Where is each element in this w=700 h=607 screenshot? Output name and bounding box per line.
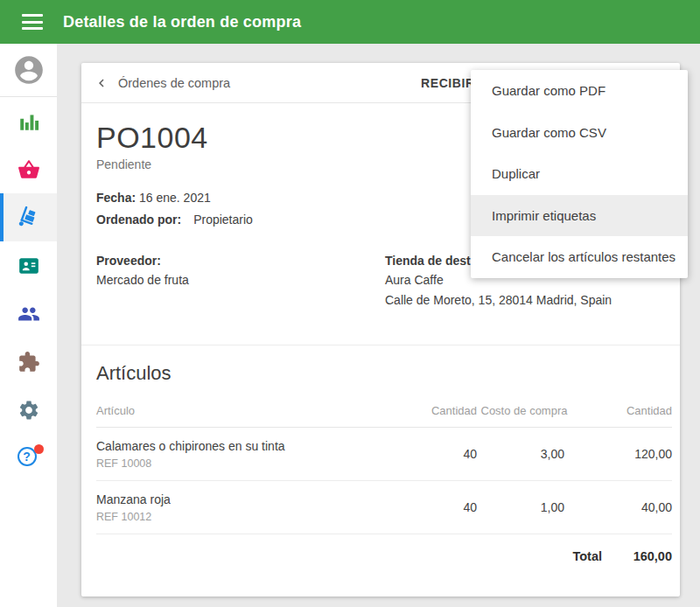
contact-card-icon bbox=[18, 255, 40, 277]
quantity-cell: 40 bbox=[398, 447, 477, 461]
table-row[interactable]: Calamares o chipirones en su tinta REF 1… bbox=[96, 428, 672, 481]
article-name: Calamares o chipirones en su tinta bbox=[96, 438, 398, 455]
date-value: 16 ene. 2021 bbox=[139, 191, 211, 205]
sidebar-item-reports[interactable] bbox=[0, 97, 57, 145]
menu-item-print-labels[interactable]: Imprimir etiquetas bbox=[471, 195, 688, 237]
amount-cell: 120,00 bbox=[571, 447, 672, 461]
col-amount: Cantidad bbox=[571, 404, 672, 418]
menu-item-save-csv[interactable]: Guardar como CSV bbox=[471, 112, 688, 154]
notification-dot bbox=[34, 444, 44, 454]
total-value: 160,00 bbox=[602, 549, 672, 563]
table-header: Artículo Cantidad Costo de compra Cantid… bbox=[96, 404, 672, 428]
supplier-label: Proveedor: bbox=[96, 251, 385, 270]
bar-chart-icon bbox=[18, 110, 40, 133]
destination-address: Calle de Moreto, 15, 28014 Madrid, Spain bbox=[385, 290, 665, 310]
basket-icon bbox=[18, 158, 40, 181]
col-article: Artículo bbox=[96, 404, 398, 418]
sidebar-item-help[interactable]: ? bbox=[0, 434, 57, 482]
article-ref: REF 10008 bbox=[96, 457, 398, 470]
articles-title: Artículos bbox=[96, 362, 672, 385]
puzzle-icon bbox=[18, 351, 40, 373]
table-row[interactable]: Manzana roja REF 10012 40 1,00 40,00 bbox=[96, 481, 672, 534]
col-quantity: Cantidad bbox=[398, 404, 477, 418]
supplier-block: Proveedor: Mercado de fruta bbox=[96, 251, 385, 310]
sidebar-item-employees[interactable] bbox=[0, 290, 57, 338]
sidebar-item-purchase-orders[interactable] bbox=[0, 193, 57, 241]
date-label: Fecha: bbox=[96, 191, 136, 205]
receive-button[interactable]: RECIBIR bbox=[421, 63, 475, 103]
sidebar-item-apps[interactable] bbox=[0, 338, 57, 386]
sidebar-item-contacts[interactable] bbox=[0, 241, 57, 290]
po-header: PO1004 Pendiente bbox=[96, 121, 208, 171]
po-meta: Fecha: 16 ene. 2021 Ordenado por: Propie… bbox=[96, 187, 253, 231]
supplier-name: Mercado de fruta bbox=[96, 270, 385, 290]
hand-truck-icon bbox=[18, 206, 40, 229]
col-purchase-cost: Costo de compra bbox=[477, 404, 571, 418]
article-cell: Manzana roja REF 10012 bbox=[96, 492, 398, 523]
sidebar-item-settings[interactable] bbox=[0, 386, 57, 434]
ordered-by-value: Propietario bbox=[193, 213, 253, 227]
total-label: Total bbox=[572, 549, 602, 563]
back-link[interactable]: Órdenes de compra bbox=[94, 75, 230, 91]
total-row: Total 160,00 bbox=[96, 534, 672, 578]
article-cell: Calamares o chipirones en su tinta REF 1… bbox=[96, 438, 398, 470]
more-actions-menu: Guardar como PDF Guardar como CSV Duplic… bbox=[471, 70, 688, 278]
ordered-by-label: Ordenado por: bbox=[96, 213, 181, 227]
back-label: Órdenes de compra bbox=[118, 76, 230, 90]
people-icon bbox=[18, 303, 40, 325]
po-status: Pendiente bbox=[96, 157, 208, 171]
help-icon: ? bbox=[18, 447, 40, 470]
menu-item-save-pdf[interactable]: Guardar como PDF bbox=[471, 70, 688, 112]
section-divider bbox=[81, 345, 680, 345]
menu-item-duplicate[interactable]: Duplicar bbox=[471, 153, 688, 195]
po-date-row: Fecha: 16 ene. 2021 bbox=[96, 187, 253, 209]
gear-icon bbox=[18, 399, 40, 422]
cost-cell: 3,00 bbox=[477, 447, 571, 461]
article-ref: REF 10012 bbox=[96, 511, 398, 523]
sidebar: ? bbox=[0, 44, 57, 607]
article-name: Manzana roja bbox=[96, 492, 398, 508]
cost-cell: 1,00 bbox=[477, 500, 571, 514]
sidebar-item-items[interactable] bbox=[0, 145, 57, 193]
chevron-left-icon bbox=[94, 75, 109, 91]
quantity-cell: 40 bbox=[398, 500, 477, 514]
page-title: Detalles de la orden de compra bbox=[63, 13, 301, 31]
po-ordered-by-row: Ordenado por: Propietario bbox=[96, 209, 253, 231]
account-circle-icon bbox=[12, 53, 46, 87]
hamburger-menu-icon[interactable] bbox=[22, 14, 43, 30]
sidebar-item-account[interactable] bbox=[0, 44, 57, 97]
app-header: Detalles de la orden de compra bbox=[0, 0, 700, 44]
po-number: PO1004 bbox=[96, 121, 208, 155]
menu-item-cancel-remaining[interactable]: Cancelar los artículos restantes bbox=[471, 236, 688, 278]
articles-section: Artículos Artículo Cantidad Costo de com… bbox=[96, 362, 672, 578]
amount-cell: 40,00 bbox=[571, 500, 672, 514]
